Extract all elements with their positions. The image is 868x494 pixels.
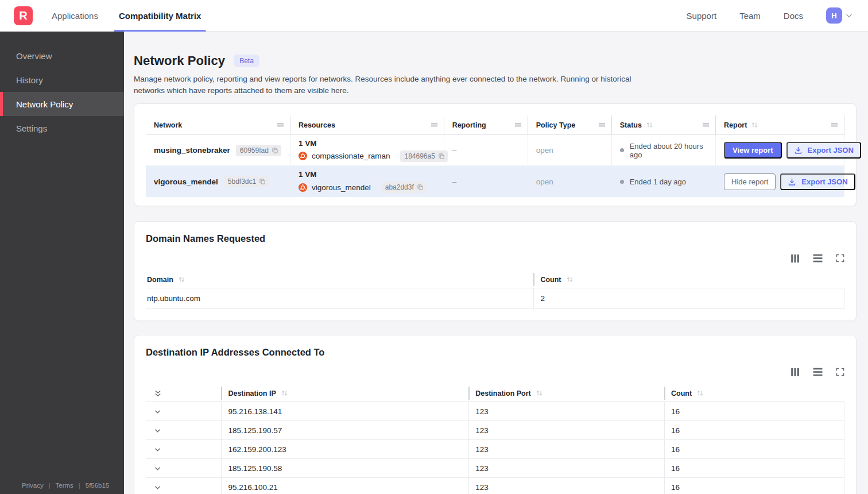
resource-name: vigorous_mendel [312, 183, 371, 192]
table-row[interactable]: 95.216.138.141 123 16 [146, 402, 844, 421]
destination-ip-cell: 185.125.190.58 [221, 459, 468, 477]
column-label: Count [671, 389, 692, 397]
expand-all-icon[interactable] [154, 389, 162, 397]
column-menu-icon[interactable] [702, 121, 710, 129]
row-expander [146, 478, 221, 494]
column-menu-icon[interactable] [514, 121, 522, 129]
download-icon [794, 146, 803, 155]
copy-icon[interactable] [259, 178, 266, 185]
table-row[interactable]: 185.125.190.58 123 16 [146, 459, 844, 478]
card-title: Domain Names Requested [146, 233, 844, 244]
destination-port-cell: 123 [468, 402, 664, 420]
column-header-destination-port: Destination Port [468, 385, 664, 402]
report-cell: View report Export JSON [716, 135, 844, 165]
networks-table-card: Network Resources Reporting Policy Type … [134, 103, 857, 206]
copy-icon[interactable] [417, 184, 424, 191]
sidebar: Overview History Network Policy Settings… [0, 32, 124, 494]
hide-report-button[interactable]: Hide report [724, 173, 776, 190]
nav-link-docs[interactable]: Docs [784, 11, 803, 21]
sort-icon[interactable] [751, 121, 758, 129]
table-row[interactable]: 95.216.100.21 123 16 [146, 478, 844, 494]
network-name: vigorous_mendel [154, 177, 218, 186]
destination-ip-cell: 162.159.200.123 [221, 440, 468, 458]
status-cell: Ended 1 day ago [612, 166, 716, 197]
network-name: musing_stonebraker [154, 146, 230, 155]
status-text: Ended 1 day ago [630, 177, 686, 186]
export-json-button[interactable]: Export JSON [780, 173, 855, 190]
sidebar-item-network-policy[interactable]: Network Policy [0, 92, 124, 116]
table-row[interactable]: 185.125.190.57 123 16 [146, 421, 844, 440]
report-cell: Hide report Export JSON [716, 166, 844, 197]
fullscreen-icon[interactable] [836, 368, 844, 376]
column-menu-icon[interactable] [598, 121, 606, 129]
columns-icon[interactable] [790, 254, 800, 263]
status-dot-icon [620, 180, 624, 184]
fullscreen-icon[interactable] [836, 254, 844, 263]
destination-ip-cell: 95.216.100.21 [221, 478, 468, 494]
nav-link-team[interactable]: Team [739, 11, 761, 21]
nav-tab-compatibility-matrix[interactable]: Compatibility Matrix [119, 0, 201, 32]
count-cell: 16 [664, 459, 844, 477]
user-menu[interactable]: H [826, 7, 853, 24]
sort-icon[interactable] [646, 121, 653, 129]
sort-icon[interactable] [696, 389, 704, 397]
column-header-count: Count [664, 385, 844, 402]
vm-count: 1 VM [299, 170, 317, 179]
column-label: Network [154, 121, 182, 129]
view-report-button[interactable]: View report [724, 142, 782, 159]
page-description: Manage network policy, reporting and vie… [134, 74, 639, 96]
networks-table-header: Network Resources Reporting Policy Type … [146, 115, 844, 135]
copy-icon[interactable] [272, 147, 278, 154]
domains-table: Domain Count ntp.ubuntu.com 2 [146, 271, 844, 309]
network-cell: musing_stonebraker 60959fad [146, 135, 290, 165]
avatar[interactable]: H [826, 7, 842, 24]
row-expander [146, 421, 221, 439]
chevron-down-icon[interactable] [845, 11, 853, 20]
nav-tab-applications[interactable]: Applications [52, 0, 98, 32]
rows-icon[interactable] [813, 367, 823, 377]
column-header-resources: Resources [290, 115, 444, 134]
column-menu-icon[interactable] [830, 121, 839, 129]
app-logo[interactable]: R [14, 6, 33, 25]
resource-id-badge: 184696a5 [400, 150, 447, 162]
domain-names-card: Domain Names Requested Domain Count ntp.… [134, 221, 857, 321]
card-title: Destination IP Addresses Connected To [146, 347, 844, 358]
column-menu-icon[interactable] [276, 121, 285, 129]
table-row[interactable]: musing_stonebraker 60959fad 1 VM compass… [146, 135, 844, 166]
sort-icon[interactable] [178, 276, 185, 283]
columns-icon[interactable] [790, 368, 800, 377]
column-header-domain: Domain [146, 271, 533, 288]
table-row[interactable]: 162.159.200.123 123 16 [146, 440, 844, 459]
column-label: Domain [147, 276, 173, 284]
column-header-count: Count [533, 271, 844, 288]
column-header-status: Status [612, 115, 716, 134]
chevron-down-icon[interactable] [154, 446, 161, 453]
resource-line: vigorous_mendel aba2dd3f [299, 182, 427, 193]
sidebar-item-overview[interactable]: Overview [0, 44, 124, 68]
chevron-down-icon[interactable] [154, 484, 161, 491]
sort-icon[interactable] [281, 389, 288, 397]
column-label: Reporting [452, 121, 486, 129]
destination-ip-cell: 95.216.138.141 [221, 402, 468, 420]
column-menu-icon[interactable] [430, 121, 439, 129]
count-cell: 2 [533, 288, 844, 308]
sort-icon[interactable] [536, 389, 543, 397]
sort-icon[interactable] [566, 276, 574, 283]
sidebar-item-settings[interactable]: Settings [0, 116, 124, 140]
chevron-down-icon[interactable] [154, 427, 161, 434]
nav-link-support[interactable]: Support [687, 11, 717, 21]
table-row[interactable]: ntp.ubuntu.com 2 [146, 288, 844, 309]
count-cell: 16 [664, 402, 844, 420]
chevron-down-icon[interactable] [154, 408, 161, 415]
rows-icon[interactable] [813, 253, 823, 263]
privacy-link[interactable]: Privacy [22, 482, 44, 489]
table-row[interactable]: vigorous_mendel 5bdf3dc1 1 VM vigorous_m… [146, 166, 844, 197]
terms-link[interactable]: Terms [56, 482, 73, 489]
column-header-reporting: Reporting [444, 115, 528, 134]
export-json-button[interactable]: Export JSON [786, 142, 861, 159]
page-title: Network Policy [134, 53, 225, 68]
sidebar-item-history[interactable]: History [0, 68, 124, 92]
column-label: Status [620, 121, 642, 129]
chevron-down-icon[interactable] [154, 465, 161, 472]
count-cell: 16 [664, 421, 844, 439]
